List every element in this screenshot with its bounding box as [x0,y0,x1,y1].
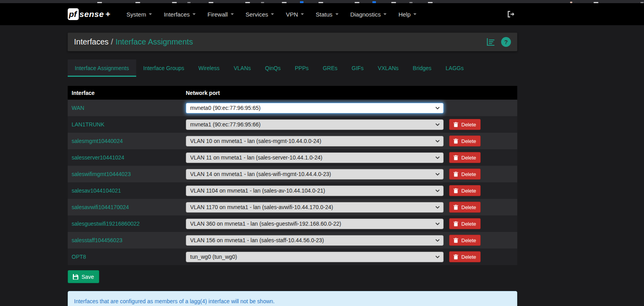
nav-item-interfaces[interactable]: Interfaces [158,7,202,22]
nav-item-vpn[interactable]: VPN [280,7,310,22]
pfsense-logo[interactable]: pfsense+ [68,8,110,20]
network-port-select[interactable]: mvneta0 (90:ec:77:96:95:65) [186,103,444,113]
selected-option: mvneta0 (90:ec:77:96:95:65) [190,105,261,111]
tab-vxlans[interactable]: VXLANs [371,59,406,77]
save-button[interactable]: Save [68,270,99,283]
table-row: salesserver10441024 VLAN 11 on mvneta1 -… [68,149,517,166]
nav-item-help[interactable]: Help [392,7,422,22]
interface-link-salesstaff[interactable]: salesstaff104456023 [72,237,122,243]
interface-link-saleswifimgmt[interactable]: saleswifimgmt10444023 [72,171,131,177]
tab-qinqs[interactable]: QinQs [258,59,288,77]
delete-button-label: Delete [461,204,476,210]
tab-label: GREs [323,65,337,71]
trash-icon [453,238,458,243]
delete-button-label: Delete [461,188,476,194]
nav-item-label: Diagnostics [350,11,381,18]
tab-label: GIFs [352,65,363,71]
delete-button[interactable]: Delete [449,251,481,262]
tab-fragment [428,2,433,3]
table-row: salesmgmt10440024 VLAN 10 on mvneta1 - l… [68,133,517,149]
network-port-select[interactable]: VLAN 14 on mvneta1 - lan (sales-wifi-mgm… [186,169,444,180]
chevron-down-icon [435,123,440,126]
tab-label: VXLANs [378,65,399,71]
selected-option: VLAN 14 on mvneta1 - lan (sales-wifi-mgm… [190,171,331,177]
tab-interface-groups[interactable]: Interface Groups [136,59,191,77]
delete-button[interactable]: Delete [449,169,481,180]
tab-ppps[interactable]: PPPs [288,59,316,77]
selected-option: VLAN 156 on mvneta1 - lan (sales-staff-1… [190,237,324,243]
chevron-down-icon [413,13,416,15]
tab-label: Interface Groups [143,65,184,71]
interface-link-salesguestwifi[interactable]: salesguestwifi19216860022 [72,221,140,227]
tab-fragment [355,2,359,3]
table-row: saleswifimgmt10444023 VLAN 14 on mvneta1… [68,166,517,182]
chevron-down-icon [301,13,304,15]
tab-fragment [282,2,287,3]
network-port-select[interactable]: mvneta1 (90:ec:77:96:95:66) [186,119,444,130]
tab-label: Bridges [413,65,431,71]
selected-option: VLAN 360 on mvneta1 - lan (sales-guestwi… [190,221,341,227]
delete-button[interactable]: Delete [449,152,481,163]
tab-fragment [640,2,644,3]
delete-button[interactable]: Delete [449,135,481,147]
tab-bridges[interactable]: Bridges [406,59,439,77]
tab-fragment [209,2,213,3]
chevron-down-icon [383,13,387,15]
tab-vlans[interactable]: VLANs [227,59,258,77]
sign-out-icon[interactable] [507,11,515,18]
nav-item-services[interactable]: Services [240,7,280,22]
interface-link-salesavwifi[interactable]: salesavwifi1044170024 [72,204,129,210]
selected-option: mvneta1 (90:ec:77:96:95:66) [190,121,261,128]
table-row: OPT8 tun_wg0 (tun_wg0) Delete [68,249,517,265]
delete-button[interactable]: Delete [449,235,481,246]
delete-button-label: Delete [461,122,476,128]
tab-wireless[interactable]: Wireless [191,59,227,77]
delete-button[interactable]: Delete [449,185,481,196]
tab-gifs[interactable]: GIFs [344,59,370,77]
delete-button-label: Delete [461,171,476,177]
page-header: Interfaces/Interface Assignments ? [68,33,517,51]
tab-fragment [245,2,250,3]
delete-button[interactable]: Delete [449,202,481,213]
info-alert-text: Interfaces that are configured as member… [74,298,275,304]
interface-link-salesav[interactable]: salesav1044104021 [72,187,121,194]
interface-link-salesserver[interactable]: salesserver10441024 [72,154,124,161]
logo-plus-text: + [105,9,110,19]
interface-link-lan1trunk[interactable]: LAN1TRUNK [72,121,104,128]
network-port-select[interactable]: VLAN 11 on mvneta1 - lan (sales-server-1… [186,152,444,163]
tab-favicon-fragment [372,1,376,3]
table-row: WAN mvneta0 (90:ec:77:96:95:65) [68,100,517,116]
breadcrumb-section: Interfaces [74,37,109,46]
interface-link-salesmgmt[interactable]: salesmgmt10440024 [72,138,123,144]
help-icon[interactable]: ? [501,37,511,47]
network-port-select[interactable]: VLAN 1170 on mvneta1 - lan (sales-avwifi… [186,202,444,213]
delete-button-label: Delete [461,138,476,144]
network-port-select[interactable]: tun_wg0 (tun_wg0) [186,252,444,262]
delete-button[interactable]: Delete [449,119,481,130]
column-header-network-port: Network port [186,90,220,96]
tab-gres[interactable]: GREs [316,59,344,77]
chevron-down-icon [335,13,339,15]
delete-button[interactable]: Delete [449,218,481,229]
network-port-select[interactable]: VLAN 360 on mvneta1 - lan (sales-guestwi… [186,219,444,229]
nav-item-firewall[interactable]: Firewall [202,7,240,22]
network-port-select[interactable]: VLAN 156 on mvneta1 - lan (sales-staff-1… [186,235,444,246]
tab-fragment [570,2,572,3]
nav-item-system[interactable]: System [120,7,158,22]
interface-link-wan[interactable]: WAN [72,105,84,111]
logo-sense-text: sense [80,9,104,19]
nav-item-label: Help [398,11,411,18]
tab-interface-assignments[interactable]: Interface Assignments [68,59,136,77]
tab-laggs[interactable]: LAGGs [439,59,471,77]
selected-option: VLAN 1104 on mvneta1 - lan (sales-av-10.… [190,187,325,194]
tab-favicon-fragment [300,1,303,3]
nav-item-status[interactable]: Status [310,7,344,22]
nav-item-diagnostics[interactable]: Diagnostics [344,7,393,22]
network-port-select[interactable]: VLAN 10 on mvneta1 - lan (sales-mgmt-10.… [186,136,444,147]
delete-button-label: Delete [461,155,476,161]
network-port-select[interactable]: VLAN 1104 on mvneta1 - lan (sales-av-10.… [186,185,444,196]
status-logs-icon[interactable] [487,38,496,46]
chevron-down-icon [435,256,440,258]
page-title: Interface Assignments [115,37,193,46]
interface-link-opt8[interactable]: OPT8 [72,254,86,260]
